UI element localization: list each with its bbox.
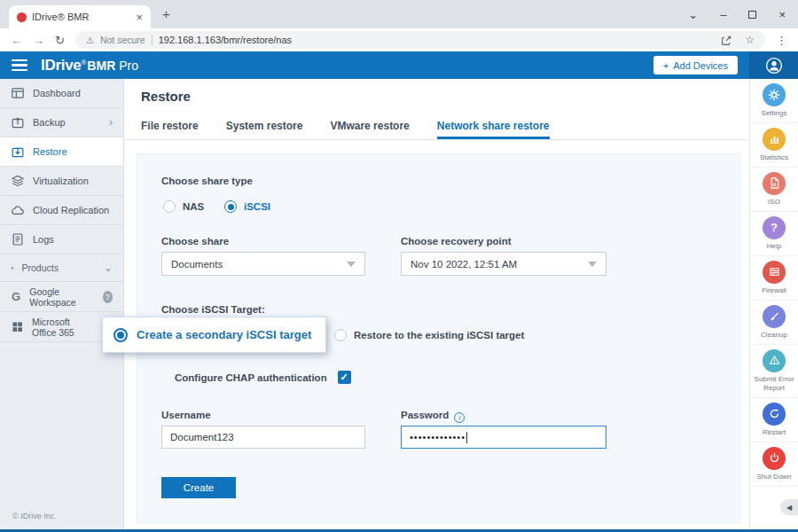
tab-label: System restore: [226, 120, 303, 132]
window-chevron-icon[interactable]: ⌄: [688, 8, 698, 21]
brand-registered-mark: ®: [81, 59, 86, 66]
chevron-right-icon: ›: [109, 116, 113, 129]
rail-item-help[interactable]: ? Help: [750, 212, 798, 256]
chap-checkbox[interactable]: ✓: [338, 371, 351, 384]
main-area: Restore File restore System restore VMwa…: [124, 79, 749, 529]
window-minimize-button[interactable]: –: [720, 8, 726, 21]
password-field[interactable]: •••••••••••••: [401, 426, 606, 449]
microsoft-grid-icon: [11, 320, 24, 333]
bookmark-star-icon[interactable]: ☆: [745, 34, 755, 46]
rail-item-statistics[interactable]: Statistics: [750, 123, 798, 168]
hamburger-menu-icon[interactable]: [12, 59, 27, 71]
tab-close-icon[interactable]: ×: [136, 12, 143, 23]
rail-item-settings[interactable]: Settings: [750, 79, 798, 123]
app-header: IDrive ® BMR Pro + Add Devices: [0, 51, 798, 79]
username-field[interactable]: Document123: [161, 426, 365, 449]
reload-icon[interactable]: ↻: [55, 34, 65, 47]
sidebar-item-label: Backup: [33, 117, 66, 128]
help-badge-icon[interactable]: ?: [103, 291, 113, 303]
recovery-point-select[interactable]: Nov 10 2022, 12:51 AM: [401, 252, 606, 276]
radio-existing-iscsi-target[interactable]: Restore to the existing iSCSI target: [334, 329, 524, 341]
radio-selected-icon[interactable]: [113, 328, 128, 342]
tab-system-restore[interactable]: System restore: [226, 114, 303, 139]
radio-nas[interactable]: NAS: [163, 200, 204, 213]
rail-item-label: Restart: [763, 428, 786, 437]
radio-selected-icon[interactable]: [224, 200, 237, 213]
share-icon[interactable]: [721, 35, 732, 46]
google-g-icon: G: [11, 290, 21, 303]
bullet-icon: •: [11, 263, 14, 273]
sidebar-item-label: Cloud Replication: [33, 205, 109, 215]
brand-logo: IDrive ® BMR Pro: [41, 57, 138, 74]
tab-network-share-restore[interactable]: Network share restore: [437, 114, 550, 139]
tab-label: Network share restore: [437, 120, 550, 132]
url-bar[interactable]: ⚠ Not secure 192.168.1.163/bmr/restore/n…: [75, 31, 765, 49]
radio-icon[interactable]: [334, 329, 347, 341]
rail-item-iso[interactable]: ISO: [750, 168, 798, 212]
radio-icon[interactable]: [163, 200, 176, 213]
text-cursor: [466, 432, 467, 443]
radio-label: Restore to the existing iSCSI target: [354, 330, 524, 340]
rail-item-restart[interactable]: Restart: [750, 398, 798, 442]
restore-tabs: File restore System restore VMware resto…: [124, 114, 749, 140]
restart-icon: [763, 403, 786, 426]
sidebar-item-virtualization[interactable]: Virtualization: [0, 167, 123, 196]
power-icon: [763, 447, 786, 470]
radio-label: iSCSI: [244, 201, 270, 212]
sidebar-item-backup[interactable]: Backup ›: [0, 108, 123, 137]
sidebar-item-label: Restore: [33, 146, 67, 157]
idrive-favicon-icon: [17, 12, 27, 22]
dashboard-icon: [11, 86, 25, 100]
info-icon[interactable]: i: [454, 412, 465, 423]
sidebar-item-logs[interactable]: Logs: [0, 225, 123, 254]
back-icon[interactable]: ←: [11, 34, 22, 47]
window-maximize-button[interactable]: [748, 11, 756, 19]
radio-label: Create a secondary iSCSI target: [137, 328, 311, 341]
browser-menu-icon[interactable]: ⋮: [776, 34, 787, 47]
forward-icon[interactable]: →: [33, 34, 44, 47]
radio-iscsi[interactable]: iSCSI: [224, 200, 270, 213]
sidebar-item-dashboard[interactable]: Dashboard: [0, 79, 123, 108]
gear-icon: [763, 83, 786, 106]
error-report-icon: [763, 349, 786, 372]
person-icon: [765, 57, 783, 74]
sidebar-item-products[interactable]: • Products ⌄: [0, 254, 123, 282]
sidebar-item-label: Google Workspace: [29, 286, 94, 308]
tab-title: IDrive® BMR: [32, 12, 130, 22]
share-type-label: Choose share type: [161, 176, 253, 186]
username-label: Username: [161, 410, 211, 420]
tab-vmware-restore[interactable]: VMware restore: [330, 114, 409, 139]
copyright-text: © IDrive Inc.: [12, 512, 57, 520]
brand-pro: Pro: [119, 59, 138, 73]
password-value: •••••••••••••: [410, 432, 466, 442]
rail-item-label: ISO: [768, 198, 780, 207]
add-devices-button[interactable]: + Add Devices: [653, 56, 738, 74]
rail-item-label: Shut Down: [756, 473, 791, 481]
url-text[interactable]: 192.168.1.163/bmr/restore/nas: [159, 35, 292, 45]
sidebar-item-label: Logs: [33, 234, 54, 245]
window-close-button[interactable]: ×: [778, 8, 786, 21]
caret-down-icon: [588, 262, 597, 267]
sidebar-item-restore[interactable]: Restore: [0, 137, 123, 167]
choose-share-select[interactable]: Documents: [161, 252, 365, 276]
not-secure-label[interactable]: Not secure: [100, 35, 145, 45]
rail-item-firewall[interactable]: Firewall: [750, 256, 798, 301]
rail-item-label: Settings: [762, 109, 787, 118]
rail-item-shut-down[interactable]: Shut Down: [750, 442, 798, 487]
sidebar-item-cloud-replication[interactable]: Cloud Replication: [0, 196, 123, 225]
browser-tab[interactable]: IDrive® BMR ×: [9, 5, 151, 28]
rail-collapse-button[interactable]: ◀: [780, 499, 798, 515]
rail-item-cleanup[interactable]: Cleanup: [750, 301, 798, 345]
chap-auth-row: Configure CHAP authentication ✓: [175, 371, 351, 384]
radio-create-secondary-iscsi-target[interactable]: Create a secondary iSCSI target: [102, 317, 326, 353]
rail-item-submit-error-report[interactable]: Submit Error Report: [750, 345, 798, 398]
tab-file-restore[interactable]: File restore: [141, 114, 199, 139]
restore-icon: [11, 145, 25, 159]
sidebar-item-google-workspace[interactable]: G Google Workspace ?: [0, 282, 123, 312]
user-avatar[interactable]: [749, 51, 798, 79]
new-tab-button[interactable]: +: [162, 6, 170, 21]
create-button[interactable]: Create: [161, 477, 236, 498]
choose-share-label: Choose share: [161, 236, 229, 246]
plus-icon: +: [663, 60, 669, 71]
sidebar-item-label: Virtualization: [33, 176, 89, 186]
